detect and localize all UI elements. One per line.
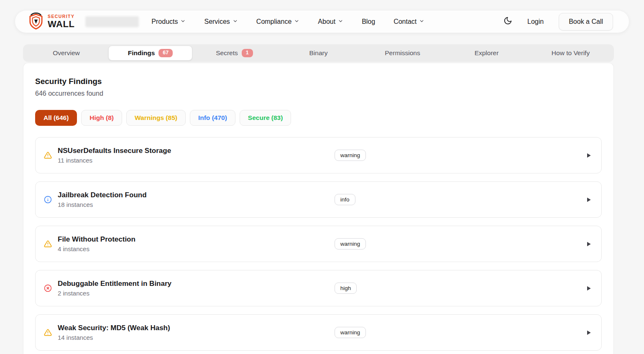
shield-logo-icon: [28, 12, 44, 32]
chevron-down-icon: [419, 18, 424, 25]
book-a-call-button[interactable]: Book a Call: [559, 13, 613, 31]
severity-badge: high: [335, 283, 357, 294]
expand-arrow-icon[interactable]: [585, 152, 592, 159]
nav-item-blog[interactable]: Blog: [362, 18, 375, 25]
chevron-down-icon: [233, 18, 238, 25]
warning-triangle-icon: [44, 329, 52, 336]
top-navbar: SECURITY WALL Products Services Complian…: [15, 10, 629, 33]
nav-item-contact[interactable]: Contact: [394, 18, 424, 25]
finding-instances: 11 instances: [58, 157, 171, 164]
finding-title: Debuggable Entitlement in Binary: [58, 280, 171, 288]
severity-badge: warning: [335, 238, 366, 250]
nav-item-about[interactable]: About: [318, 18, 343, 25]
x-circle-icon: [44, 284, 52, 292]
tab-findings[interactable]: Findings 67: [108, 46, 192, 61]
expand-arrow-icon[interactable]: [585, 329, 592, 336]
finding-instances: 14 instances: [58, 334, 170, 341]
expand-arrow-icon[interactable]: [585, 196, 592, 203]
finding-title: File Without Protection: [58, 235, 135, 244]
logo-text-wall: WALL: [48, 20, 74, 29]
filter-secure-83[interactable]: Secure (83): [240, 110, 291, 126]
finding-card[interactable]: Jailbreak Detection Found 18 instances i…: [35, 181, 602, 218]
tab-binary[interactable]: Binary: [276, 46, 360, 61]
finding-card[interactable]: Debuggable Entitlement in Binary 2 insta…: [35, 270, 602, 306]
tab-overview[interactable]: Overview: [24, 46, 108, 61]
section-tabbar: Overview Findings 67 Secrets 1 Binary Pe…: [23, 44, 614, 62]
finding-cards-list: NSUserDefaults Insecure Storage 11 insta…: [35, 137, 602, 351]
nav-item-compliance[interactable]: Compliance: [256, 18, 299, 25]
nav-item-services[interactable]: Services: [204, 18, 238, 25]
finding-instances: 18 instances: [58, 201, 147, 208]
logo-text-security: SECURITY: [48, 14, 74, 19]
nav-item-products[interactable]: Products: [151, 18, 186, 25]
chevron-down-icon: [180, 18, 186, 25]
redacted-blur-box: [85, 16, 139, 27]
tab-explorer[interactable]: Explorer: [445, 46, 529, 61]
expand-arrow-icon[interactable]: [585, 285, 592, 292]
warning-triangle-icon: [44, 151, 52, 159]
page-title: Security Findings: [35, 77, 602, 86]
severity-badge: info: [335, 194, 355, 205]
severity-badge: warning: [335, 327, 366, 338]
login-link[interactable]: Login: [527, 18, 544, 25]
securitywall-logo[interactable]: SECURITY WALL: [28, 12, 74, 32]
warning-triangle-icon: [44, 240, 52, 248]
severity-filters: All (646) High (8) Warnings (85) Info (4…: [35, 110, 602, 126]
tab-how-to-verify[interactable]: How to Verify: [529, 46, 613, 61]
finding-title: Jailbreak Detection Found: [58, 191, 147, 199]
tab-secrets[interactable]: Secrets 1: [192, 46, 276, 61]
finding-card[interactable]: File Without Protection 4 instances warn…: [35, 226, 602, 262]
tab-count-badge: 67: [158, 49, 173, 57]
occurrences-count: 646 occurrences found: [35, 90, 602, 97]
nav-links: Products Services Compliance About Blog: [151, 18, 424, 25]
finding-title: Weak Security: MD5 (Weak Hash): [58, 324, 170, 332]
finding-instances: 2 instances: [58, 290, 171, 297]
info-circle-icon: [44, 196, 52, 204]
chevron-down-icon: [338, 18, 343, 25]
nav-right: Login Book a Call: [503, 13, 613, 31]
tab-permissions[interactable]: Permissions: [360, 46, 445, 61]
finding-card[interactable]: NSUserDefaults Insecure Storage 11 insta…: [35, 137, 602, 173]
expand-arrow-icon[interactable]: [585, 241, 592, 247]
filter-all-646[interactable]: All (646): [35, 110, 77, 126]
dark-mode-toggle[interactable]: [503, 16, 512, 27]
finding-card[interactable]: Weak Security: MD5 (Weak Hash) 14 instan…: [35, 314, 602, 351]
finding-title: NSUserDefaults Insecure Storage: [58, 147, 171, 155]
filter-high-8[interactable]: High (8): [81, 110, 122, 126]
finding-instances: 4 instances: [58, 245, 135, 252]
filter-warnings-85[interactable]: Warnings (85): [126, 110, 186, 126]
severity-badge: warning: [335, 150, 366, 161]
chevron-down-icon: [294, 18, 299, 25]
findings-panel: Security Findings 646 occurrences found …: [23, 63, 614, 354]
filter-info-470[interactable]: Info (470): [190, 110, 235, 126]
tab-count-badge: 1: [242, 49, 253, 57]
moon-icon: [503, 16, 512, 27]
